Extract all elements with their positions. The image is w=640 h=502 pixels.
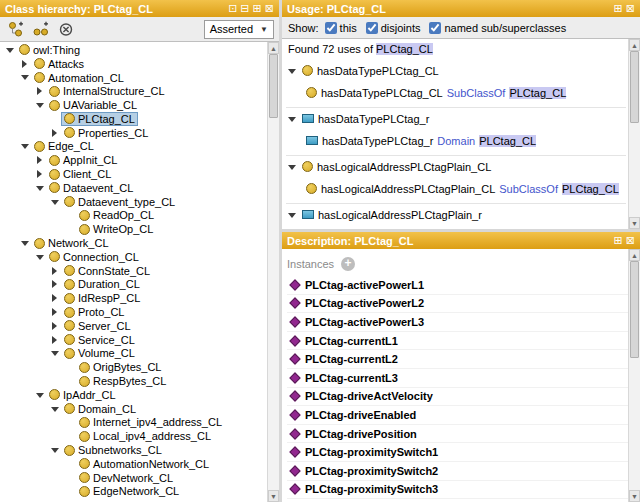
scroll-down-button[interactable]: ▼	[629, 490, 640, 502]
collapse-arrow-icon[interactable]	[286, 209, 298, 221]
usage-group-header[interactable]: hasDataTypePLCtag_CL	[286, 63, 626, 78]
tree-node[interactable]: DevNetwork_CL	[76, 471, 176, 485]
scrollbar-thumb[interactable]	[630, 261, 639, 358]
usage-axiom-row[interactable]: hasDataTypePLCtag_rDomainPLCtag_CL	[286, 133, 626, 148]
tree-item[interactable]: Edge_CL	[0, 140, 267, 154]
scroll-track[interactable]	[629, 51, 640, 217]
tree-node[interactable]: Internet_ipv4_address_CL	[76, 415, 225, 429]
tree-node[interactable]: RespBytes_CL	[76, 374, 169, 388]
tree-item[interactable]: Internet_ipv4_address_CL	[0, 416, 267, 430]
tree-item[interactable]: IpAddr_CL	[0, 388, 267, 402]
usage-group-header[interactable]: hasLogicalAddressPLCtagPlain_CL	[286, 159, 626, 174]
scroll-up-button[interactable]: ▲	[629, 39, 640, 51]
usage-axiom-row[interactable]: hasDataTypePLCtag_CLSubClassOfPLCtag_CL	[286, 85, 626, 100]
tree-item[interactable]: Local_ipv4_address_CL	[0, 429, 267, 443]
instance-row[interactable]: PLCtag-driveEnabled	[287, 406, 628, 425]
tree-node[interactable]: EdgeNetwork_CL	[76, 484, 182, 498]
tree-node[interactable]: Volume_CL	[61, 346, 138, 360]
usage-filter[interactable]: this	[325, 22, 357, 34]
tree-node[interactable]: Subnetworks_CL	[61, 443, 165, 457]
maximize-panel-icon[interactable]: ⊞	[253, 3, 262, 14]
collapse-arrow-icon[interactable]	[49, 347, 61, 359]
tree-item[interactable]: Connection_CL	[0, 250, 267, 264]
tree-node[interactable]: WriteOp_CL	[76, 222, 156, 236]
tree-item[interactable]: Duration_CL	[0, 278, 267, 292]
collapse-arrow-icon[interactable]	[286, 65, 298, 77]
usage-scrollbar[interactable]: ▲ ▼	[628, 39, 640, 229]
expand-arrow-icon[interactable]	[34, 168, 46, 180]
instance-row[interactable]: PLCtag-currentL1	[287, 332, 628, 351]
scrollbar-thumb[interactable]	[630, 51, 639, 123]
tree-item[interactable]: owl:Thing	[0, 43, 267, 57]
tree-item[interactable]: EdgeNetwork_CL	[0, 485, 267, 499]
tree-item[interactable]: ConnState_CL	[0, 264, 267, 278]
tree-item[interactable]: Network_CL	[0, 236, 267, 250]
add-subclass-button[interactable]	[5, 20, 27, 39]
tree-item[interactable]: DevNetwork_CL	[0, 471, 267, 485]
expand-arrow-icon[interactable]	[49, 306, 61, 318]
scroll-track[interactable]	[268, 54, 279, 490]
scroll-down-button[interactable]: ▼	[268, 490, 279, 502]
collapse-arrow-icon[interactable]	[34, 389, 46, 401]
tree-item[interactable]: Dataevent_CL	[0, 181, 267, 195]
tree-node[interactable]: OrigBytes_CL	[76, 360, 164, 374]
tree-item[interactable]: PLCtag_CL	[0, 112, 267, 126]
instance-row[interactable]: PLCtag-currentL2	[287, 350, 628, 369]
instances-scrollbar[interactable]: ▲ ▼	[628, 249, 640, 502]
expand-arrow-icon[interactable]	[49, 127, 61, 139]
collapse-arrow-icon[interactable]	[49, 196, 61, 208]
filter-checkbox[interactable]	[325, 22, 337, 34]
expand-arrow-icon[interactable]	[49, 292, 61, 304]
tree-node[interactable]: UAVariable_CL	[46, 98, 140, 112]
tree-node[interactable]: IdRespP_CL	[61, 291, 143, 305]
collapse-arrow-icon[interactable]	[4, 44, 16, 56]
tree-item[interactable]: Volume_CL	[0, 347, 267, 361]
expand-arrow-icon[interactable]	[49, 320, 61, 332]
expand-arrow-icon[interactable]	[34, 154, 46, 166]
tree-item[interactable]: WriteOp_CL	[0, 222, 267, 236]
add-instance-button[interactable]: +	[341, 257, 355, 271]
expand-arrow-icon[interactable]	[34, 85, 46, 97]
expand-arrow-icon[interactable]	[49, 278, 61, 290]
tree-item[interactable]: IdRespP_CL	[0, 291, 267, 305]
expand-arrow-icon[interactable]	[49, 265, 61, 277]
filter-checkbox[interactable]	[429, 22, 441, 34]
tree-node[interactable]: AutomationNetwork_CL	[76, 457, 212, 471]
collapse-arrow-icon[interactable]	[19, 71, 31, 83]
tree-item[interactable]: Domain_CL	[0, 402, 267, 416]
scroll-up-button[interactable]: ▲	[629, 249, 640, 261]
tree-node[interactable]: InternalStructure_CL	[46, 84, 168, 98]
collapse-arrow-icon[interactable]	[34, 99, 46, 111]
collapse-arrow-icon[interactable]	[49, 444, 61, 456]
tree-item[interactable]: Proto_CL	[0, 305, 267, 319]
tree-item[interactable]: Attacks	[0, 57, 267, 71]
tree-node[interactable]: Dataevent_CL	[46, 181, 136, 195]
collapse-arrow-icon[interactable]	[19, 140, 31, 152]
tree-node[interactable]: Client_CL	[46, 167, 114, 181]
expand-arrow-icon[interactable]	[49, 334, 61, 346]
tree-node[interactable]: Dataevent_type_CL	[61, 195, 178, 209]
close-panel-icon[interactable]: ⊠	[626, 235, 635, 246]
usage-filter[interactable]: named sub/superclasses	[429, 22, 566, 34]
instance-row[interactable]: PLCtag-activePowerL2	[287, 295, 628, 314]
tree-item[interactable]: Server_CL	[0, 319, 267, 333]
tree-node[interactable]: owl:Thing	[16, 43, 83, 57]
scroll-track[interactable]	[629, 261, 640, 490]
scrollbar-thumb[interactable]	[269, 54, 278, 118]
collapse-arrow-icon[interactable]	[286, 113, 298, 125]
tree-item[interactable]: Automation_CL	[0, 71, 267, 85]
float-panel-icon[interactable]: ⊞	[614, 235, 623, 246]
tree-item[interactable]: RespBytes_CL	[0, 374, 267, 388]
tree-item[interactable]: Service_CL	[0, 333, 267, 347]
collapse-arrow-icon[interactable]	[286, 161, 298, 173]
usage-group-header[interactable]: hasLogicalAddressPLCtagPlain_r	[286, 207, 626, 222]
minimize-panel-icon[interactable]: ⊟	[240, 3, 249, 14]
scroll-up-button[interactable]: ▲	[268, 42, 279, 54]
instance-row[interactable]: PLCtag-drivePosition	[287, 425, 628, 444]
hierarchy-type-dropdown[interactable]: Asserted ▼	[204, 20, 274, 39]
close-panel-icon[interactable]: ⊠	[626, 3, 635, 14]
tree-item[interactable]: OrigBytes_CL	[0, 360, 267, 374]
tree-node[interactable]: AppInit_CL	[46, 153, 120, 167]
collapse-arrow-icon[interactable]	[34, 251, 46, 263]
tree-node[interactable]: Connection_CL	[46, 250, 142, 264]
